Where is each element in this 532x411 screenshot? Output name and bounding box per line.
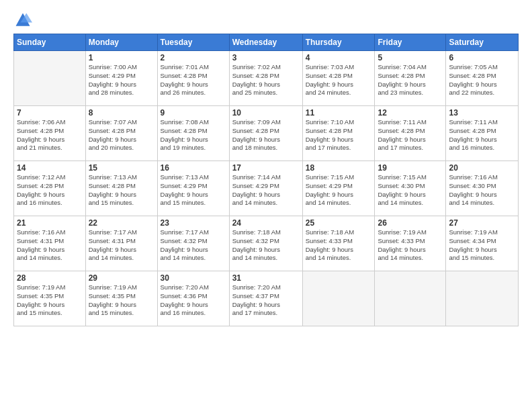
day-info: Sunrise: 7:16 AM Sunset: 4:30 PM Dayligh… [449,173,515,208]
day-info: Sunrise: 7:11 AM Sunset: 4:28 PM Dayligh… [449,118,515,152]
day-cell: 24Sunrise: 7:18 AM Sunset: 4:32 PM Dayli… [229,216,302,271]
day-info: Sunrise: 7:08 AM Sunset: 4:28 PM Dayligh… [161,118,226,152]
day-cell: 5Sunrise: 7:04 AM Sunset: 4:28 PM Daylig… [375,51,446,106]
day-info: Sunrise: 7:11 AM Sunset: 4:28 PM Dayligh… [378,118,443,152]
day-cell: 28Sunrise: 7:19 AM Sunset: 4:35 PM Dayli… [14,271,86,326]
day-cell: 9Sunrise: 7:08 AM Sunset: 4:28 PM Daylig… [157,106,229,161]
day-cell: 23Sunrise: 7:17 AM Sunset: 4:32 PM Dayli… [157,216,229,271]
logo-icon [13,11,32,30]
day-number: 31 [232,273,300,283]
day-info: Sunrise: 7:04 AM Sunset: 4:28 PM Dayligh… [378,63,443,97]
day-number: 25 [306,218,372,228]
day-info: Sunrise: 7:01 AM Sunset: 4:28 PM Dayligh… [161,63,226,97]
day-info: Sunrise: 7:19 AM Sunset: 4:33 PM Dayligh… [378,228,443,263]
day-cell: 16Sunrise: 7:13 AM Sunset: 4:29 PM Dayli… [157,161,229,216]
day-info: Sunrise: 7:03 AM Sunset: 4:28 PM Dayligh… [306,63,372,97]
day-info: Sunrise: 7:20 AM Sunset: 4:36 PM Dayligh… [161,283,226,318]
day-info: Sunrise: 7:07 AM Sunset: 4:28 PM Dayligh… [89,118,154,152]
day-info: Sunrise: 7:12 AM Sunset: 4:28 PM Dayligh… [17,173,83,208]
day-cell: 14Sunrise: 7:12 AM Sunset: 4:28 PM Dayli… [14,161,86,216]
day-number: 5 [378,53,443,62]
calendar-header-wednesday: Wednesday [229,34,302,51]
calendar-header-thursday: Thursday [302,34,375,51]
day-cell: 2Sunrise: 7:01 AM Sunset: 4:28 PM Daylig… [157,51,229,106]
day-info: Sunrise: 7:15 AM Sunset: 4:29 PM Dayligh… [306,173,372,208]
day-cell: 31Sunrise: 7:20 AM Sunset: 4:37 PM Dayli… [229,271,302,326]
day-number: 2 [161,53,226,62]
day-cell: 1Sunrise: 7:00 AM Sunset: 4:29 PM Daylig… [85,51,157,106]
day-cell: 6Sunrise: 7:05 AM Sunset: 4:28 PM Daylig… [446,51,519,106]
day-info: Sunrise: 7:16 AM Sunset: 4:31 PM Dayligh… [17,228,83,263]
calendar-header-saturday: Saturday [446,34,519,51]
day-number: 9 [161,108,226,118]
day-cell: 27Sunrise: 7:19 AM Sunset: 4:34 PM Dayli… [446,216,519,271]
day-info: Sunrise: 7:06 AM Sunset: 4:28 PM Dayligh… [17,118,83,152]
day-cell: 19Sunrise: 7:15 AM Sunset: 4:30 PM Dayli… [375,161,446,216]
day-number: 29 [89,273,154,283]
day-number: 24 [232,218,300,228]
day-info: Sunrise: 7:02 AM Sunset: 4:28 PM Dayligh… [232,63,300,97]
day-cell: 26Sunrise: 7:19 AM Sunset: 4:33 PM Dayli… [375,216,446,271]
day-number: 7 [17,108,83,118]
calendar-header-friday: Friday [375,34,446,51]
day-cell: 12Sunrise: 7:11 AM Sunset: 4:28 PM Dayli… [375,106,446,161]
day-info: Sunrise: 7:09 AM Sunset: 4:28 PM Dayligh… [232,118,300,152]
day-number: 16 [161,163,226,173]
header [13,11,519,30]
day-number: 27 [449,218,515,228]
day-number: 12 [378,108,443,118]
day-info: Sunrise: 7:17 AM Sunset: 4:31 PM Dayligh… [89,228,154,263]
day-info: Sunrise: 7:18 AM Sunset: 4:33 PM Dayligh… [306,228,372,263]
day-number: 26 [378,218,443,228]
day-number: 23 [161,218,226,228]
day-info: Sunrise: 7:14 AM Sunset: 4:29 PM Dayligh… [232,173,300,208]
day-cell: 20Sunrise: 7:16 AM Sunset: 4:30 PM Dayli… [446,161,519,216]
day-cell: 15Sunrise: 7:13 AM Sunset: 4:28 PM Dayli… [85,161,157,216]
day-number: 22 [89,218,154,228]
day-info: Sunrise: 7:13 AM Sunset: 4:29 PM Dayligh… [161,173,226,208]
day-number: 21 [17,218,83,228]
day-cell: 11Sunrise: 7:10 AM Sunset: 4:28 PM Dayli… [302,106,375,161]
day-number: 6 [449,53,515,62]
day-cell: 4Sunrise: 7:03 AM Sunset: 4:28 PM Daylig… [302,51,375,106]
calendar: SundayMondayTuesdayWednesdayThursdayFrid… [13,34,519,326]
day-number: 28 [17,273,83,283]
day-info: Sunrise: 7:17 AM Sunset: 4:32 PM Dayligh… [161,228,226,263]
day-cell: 30Sunrise: 7:20 AM Sunset: 4:36 PM Dayli… [157,271,229,326]
day-cell [14,51,86,106]
day-number: 11 [306,108,372,118]
day-info: Sunrise: 7:05 AM Sunset: 4:28 PM Dayligh… [449,63,515,97]
day-cell: 3Sunrise: 7:02 AM Sunset: 4:28 PM Daylig… [229,51,302,106]
day-cell: 18Sunrise: 7:15 AM Sunset: 4:29 PM Dayli… [302,161,375,216]
day-cell: 10Sunrise: 7:09 AM Sunset: 4:28 PM Dayli… [229,106,302,161]
day-number: 15 [89,163,154,173]
day-cell [375,271,446,326]
week-row-5: 28Sunrise: 7:19 AM Sunset: 4:35 PM Dayli… [14,271,519,326]
day-cell: 17Sunrise: 7:14 AM Sunset: 4:29 PM Dayli… [229,161,302,216]
day-number: 8 [89,108,154,118]
day-number: 17 [232,163,300,173]
week-row-3: 14Sunrise: 7:12 AM Sunset: 4:28 PM Dayli… [14,161,519,216]
day-number: 13 [449,108,515,118]
week-row-2: 7Sunrise: 7:06 AM Sunset: 4:28 PM Daylig… [14,106,519,161]
day-number: 20 [449,163,515,173]
calendar-header-monday: Monday [85,34,157,51]
calendar-header-row: SundayMondayTuesdayWednesdayThursdayFrid… [14,34,519,51]
day-info: Sunrise: 7:15 AM Sunset: 4:30 PM Dayligh… [378,173,443,208]
day-info: Sunrise: 7:00 AM Sunset: 4:29 PM Dayligh… [89,63,154,97]
day-info: Sunrise: 7:10 AM Sunset: 4:28 PM Dayligh… [306,118,372,152]
day-cell: 7Sunrise: 7:06 AM Sunset: 4:28 PM Daylig… [14,106,86,161]
day-cell [302,271,375,326]
week-row-1: 1Sunrise: 7:00 AM Sunset: 4:29 PM Daylig… [14,51,519,106]
calendar-header-sunday: Sunday [14,34,86,51]
day-number: 18 [306,163,372,173]
day-info: Sunrise: 7:19 AM Sunset: 4:35 PM Dayligh… [17,283,83,318]
day-info: Sunrise: 7:19 AM Sunset: 4:34 PM Dayligh… [449,228,515,263]
day-number: 14 [17,163,83,173]
day-info: Sunrise: 7:13 AM Sunset: 4:28 PM Dayligh… [89,173,154,208]
day-cell: 25Sunrise: 7:18 AM Sunset: 4:33 PM Dayli… [302,216,375,271]
day-number: 19 [378,163,443,173]
day-number: 30 [161,273,226,283]
day-info: Sunrise: 7:20 AM Sunset: 4:37 PM Dayligh… [232,283,300,318]
calendar-header-tuesday: Tuesday [157,34,229,51]
